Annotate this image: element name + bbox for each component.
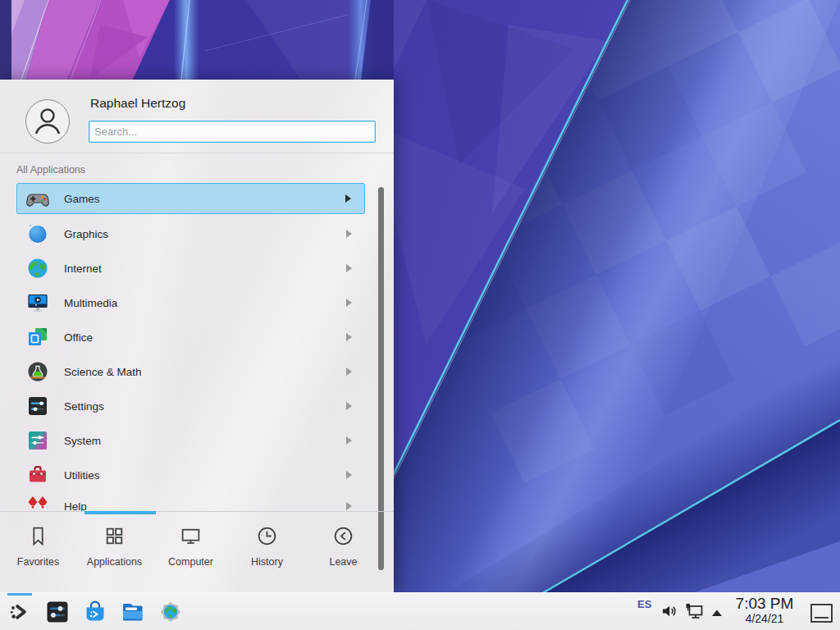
- system-settings-icon: [45, 600, 70, 624]
- menu-item-label: Multimedia: [64, 297, 346, 309]
- active-tab-indicator: [84, 511, 156, 514]
- list-scrollbar[interactable]: [378, 187, 384, 570]
- submenu-arrow-icon: [346, 230, 352, 238]
- submenu-arrow-icon: [346, 436, 352, 445]
- settings-sliders-icon: [26, 395, 49, 418]
- submenu-arrow-icon: [346, 471, 352, 479]
- menu-item-graphics[interactable]: Graphics: [16, 218, 365, 249]
- network-button[interactable]: [684, 601, 705, 626]
- submenu-arrow-icon: [346, 368, 352, 376]
- menu-item-label: System: [64, 435, 346, 447]
- help-icon: [26, 495, 49, 511]
- tabbar: Favorites Applications Computer: [0, 515, 394, 592]
- tab-applications[interactable]: Applications: [76, 515, 153, 592]
- menu-item-games[interactable]: Games: [16, 183, 365, 214]
- clock-time: 7:03 PM: [729, 595, 800, 612]
- menu-item-label: Help: [64, 500, 346, 512]
- taskbar-panel: ES 7:03 PM 4/24/21: [0, 592, 840, 630]
- wallpaper-magenta-zone: [0, 0, 190, 80]
- multimedia-icon: [26, 291, 49, 314]
- tab-history[interactable]: History: [229, 515, 305, 592]
- submenu-arrow-icon: [346, 264, 352, 272]
- category-list: Games Graphics: [0, 80, 394, 511]
- menu-item-utilities[interactable]: Utilities: [16, 459, 365, 491]
- office-icon: [26, 326, 49, 349]
- science-flask-icon: [26, 360, 49, 383]
- folder-icon: [121, 600, 145, 624]
- tab-label: Favorites: [17, 556, 59, 568]
- tab-leave[interactable]: Leave: [305, 515, 381, 592]
- menu-item-multimedia[interactable]: Multimedia: [16, 287, 365, 318]
- graphics-icon: [26, 222, 49, 245]
- tab-favorites[interactable]: Favorites: [0, 515, 76, 592]
- tab-computer[interactable]: Computer: [153, 515, 229, 592]
- submenu-arrow-icon: [346, 299, 352, 307]
- digital-clock[interactable]: 7:03 PM 4/24/21: [729, 595, 800, 625]
- menu-item-label: Internet: [64, 262, 346, 275]
- network-wired-icon: [684, 601, 705, 623]
- computer-icon: [180, 525, 202, 547]
- submenu-arrow-icon: [346, 502, 352, 510]
- system-icon: [26, 429, 49, 452]
- web-browser-button[interactable]: [158, 600, 183, 624]
- internet-globe-icon: [26, 257, 49, 280]
- tab-label: Computer: [168, 556, 213, 568]
- system-settings-button[interactable]: [45, 600, 70, 624]
- clock-icon: [256, 525, 278, 547]
- discover-bag-icon: [83, 600, 107, 624]
- globe-gear-icon: [158, 600, 183, 624]
- menu-item-help[interactable]: Help: [16, 491, 365, 511]
- submenu-arrow-icon: [345, 194, 351, 203]
- menu-item-system[interactable]: System: [16, 425, 365, 456]
- keyboard-layout-indicator[interactable]: ES: [637, 598, 651, 610]
- application-launcher-popup: Raphael Hertzog All Applications Games: [0, 80, 394, 592]
- tab-label: Leave: [329, 556, 357, 568]
- submenu-arrow-icon: [346, 402, 352, 410]
- tab-label: Applications: [87, 556, 142, 568]
- kde-kickoff-icon: [7, 600, 32, 624]
- submenu-arrow-icon: [346, 333, 352, 341]
- menu-item-internet[interactable]: Internet: [16, 253, 365, 284]
- tabbar-separator: [0, 511, 394, 512]
- tab-label: History: [251, 556, 283, 568]
- application-launcher-button[interactable]: [7, 600, 32, 624]
- leave-back-icon: [332, 525, 354, 547]
- clock-date: 4/24/21: [729, 612, 800, 625]
- grid-icon: [103, 525, 126, 547]
- discover-button[interactable]: [83, 600, 107, 624]
- menu-item-label: Utilities: [64, 469, 346, 482]
- show-desktop-button[interactable]: [810, 604, 833, 623]
- menu-item-label: Office: [64, 331, 346, 344]
- file-manager-button[interactable]: [121, 600, 145, 624]
- games-icon: [26, 187, 49, 210]
- menu-item-settings[interactable]: Settings: [16, 390, 365, 422]
- utilities-toolbox-icon: [26, 463, 49, 486]
- menu-item-label: Graphics: [64, 228, 346, 240]
- caret-up-icon: [710, 609, 724, 617]
- tray-expander-button[interactable]: [710, 605, 724, 620]
- menu-item-label: Settings: [64, 400, 346, 413]
- menu-item-label: Science & Math: [64, 366, 346, 378]
- bookmark-icon: [27, 525, 49, 547]
- speaker-icon: [660, 601, 679, 621]
- volume-button[interactable]: [660, 601, 679, 624]
- launcher-active-indicator: [7, 593, 32, 596]
- menu-item-science-math[interactable]: Science & Math: [16, 356, 365, 387]
- menu-item-office[interactable]: Office: [16, 322, 365, 353]
- menu-item-label: Games: [64, 193, 345, 205]
